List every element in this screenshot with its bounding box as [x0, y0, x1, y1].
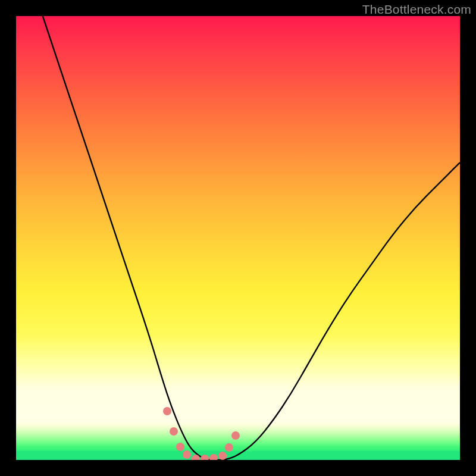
- optimal-range-dot: [176, 443, 184, 451]
- optimal-range-dot: [170, 427, 178, 436]
- watermark-text: TheBottleneck.com: [362, 2, 471, 17]
- optimal-range-dot: [183, 450, 191, 459]
- plot-area: [16, 16, 460, 460]
- optimal-range-markers: [16, 16, 460, 460]
- optimal-range-dot: [209, 454, 218, 460]
- optimal-range-dot: [225, 443, 233, 452]
- outer-black-frame: TheBottleneck.com: [0, 0, 476, 476]
- optimal-range-dot: [231, 431, 240, 440]
- optimal-range-dot: [201, 455, 209, 460]
- optimal-range-dot: [192, 455, 200, 460]
- optimal-range-dot: [218, 452, 227, 460]
- optimal-range-dot: [163, 407, 171, 415]
